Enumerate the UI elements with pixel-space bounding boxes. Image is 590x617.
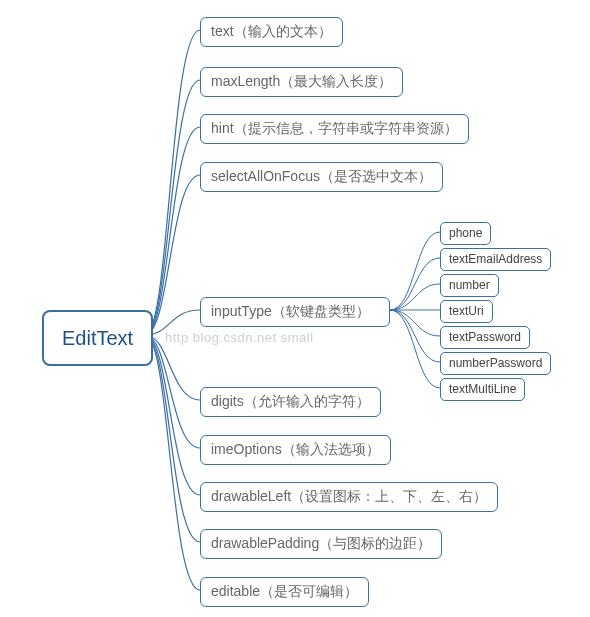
attr-node-selectallonfocus: selectAllOnFocus（是否选中文本） <box>200 162 443 192</box>
inputtype-option-number: number <box>440 274 499 297</box>
attr-node-maxlength: maxLength（最大输入长度） <box>200 67 403 97</box>
attr-label: drawablePadding（与图标的边距） <box>211 535 431 551</box>
attr-label: inputType（软键盘类型） <box>211 303 370 319</box>
attr-label: imeOptions（输入法选项） <box>211 441 380 457</box>
inputtype-option-label: phone <box>449 226 482 240</box>
inputtype-option-label: textPassword <box>449 330 521 344</box>
attr-label: digits（允许输入的字符） <box>211 393 370 409</box>
attr-node-inputtype: inputType（软键盘类型） <box>200 297 390 327</box>
attr-node-digits: digits（允许输入的字符） <box>200 387 381 417</box>
inputtype-option-label: textEmailAddress <box>449 252 542 266</box>
attr-node-imeoptions: imeOptions（输入法选项） <box>200 435 391 465</box>
attr-label: selectAllOnFocus（是否选中文本） <box>211 168 432 184</box>
attr-node-editable: editable（是否可编辑） <box>200 577 369 607</box>
attr-label: hint（提示信息，字符串或字符串资源） <box>211 120 458 136</box>
attr-node-hint: hint（提示信息，字符串或字符串资源） <box>200 114 469 144</box>
attr-label: drawableLeft（设置图标：上、下、左、右） <box>211 488 487 504</box>
root-label: EditText <box>62 327 133 349</box>
inputtype-option-label: numberPassword <box>449 356 542 370</box>
inputtype-option-textpassword: textPassword <box>440 326 530 349</box>
inputtype-option-texturi: textUri <box>440 300 493 323</box>
inputtype-option-label: textMultiLine <box>449 382 516 396</box>
inputtype-option-phone: phone <box>440 222 491 245</box>
attr-node-drawablepadding: drawablePadding（与图标的边距） <box>200 529 442 559</box>
inputtype-option-label: number <box>449 278 490 292</box>
attr-node-drawableleft: drawableLeft（设置图标：上、下、左、右） <box>200 482 498 512</box>
attr-label: editable（是否可编辑） <box>211 583 358 599</box>
inputtype-option-textemailaddress: textEmailAddress <box>440 248 551 271</box>
root-node-edittext: EditText <box>42 310 153 366</box>
watermark-text: http blog.csdn.net small <box>165 330 314 345</box>
attr-label: text（输入的文本） <box>211 23 332 39</box>
inputtype-option-numberpassword: numberPassword <box>440 352 551 375</box>
inputtype-option-textmultiline: textMultiLine <box>440 378 525 401</box>
inputtype-option-label: textUri <box>449 304 484 318</box>
attr-label: maxLength（最大输入长度） <box>211 73 392 89</box>
attr-node-text: text（输入的文本） <box>200 17 343 47</box>
